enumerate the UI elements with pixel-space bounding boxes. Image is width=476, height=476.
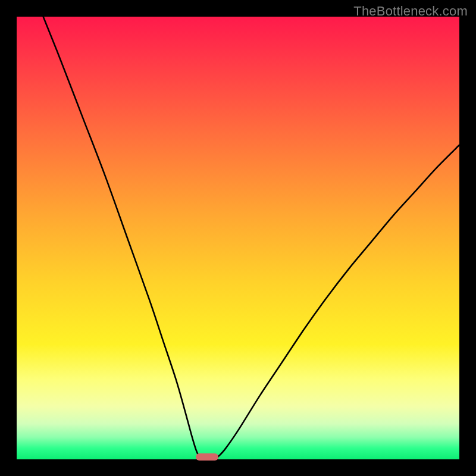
watermark-label: TheBottleneck.com — [353, 4, 468, 19]
chart-frame: TheBottleneck.com — [0, 0, 476, 476]
plot-area — [17, 17, 459, 459]
bottleneck-curve — [17, 17, 459, 459]
optimum-marker — [196, 453, 218, 461]
